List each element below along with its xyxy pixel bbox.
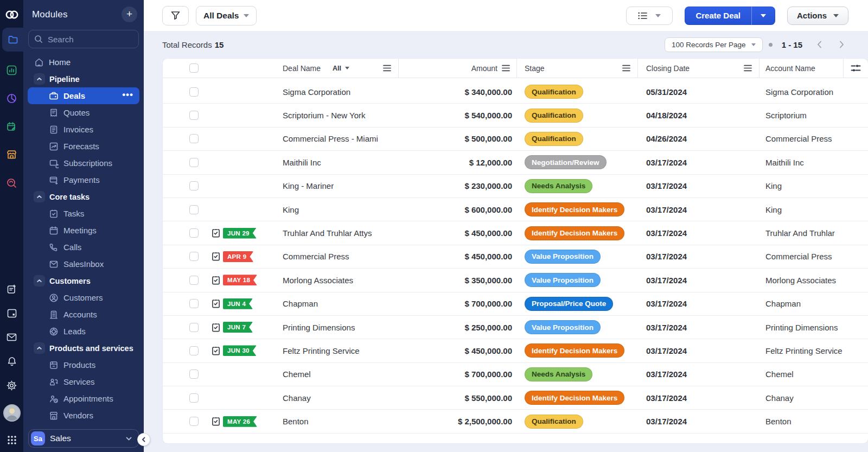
sidebar-item-meetings[interactable]: Meetings — [28, 222, 139, 239]
account-name-cell[interactable]: Benton — [765, 417, 792, 426]
sidebar-item-leads[interactable]: Leads — [28, 323, 139, 340]
list-view-toggle[interactable] — [626, 7, 673, 25]
rail-item-modules[interactable] — [2, 28, 24, 52]
sidebar-item-forecasts[interactable]: Forecasts — [28, 138, 139, 155]
sidebar-collapse-button[interactable] — [137, 433, 150, 446]
table-row[interactable]: JUN 4Chapman$ 700,000.00Proposal/Price Q… — [163, 292, 868, 316]
table-row[interactable]: Scriptorium - New York$ 540,000.00Qualif… — [163, 104, 868, 127]
account-name-cell[interactable]: Scriptorium — [765, 111, 807, 120]
avatar[interactable] — [3, 404, 21, 422]
table-row[interactable]: Sigma Corporation$ 340,000.00Qualificati… — [163, 80, 868, 104]
select-all-checkbox[interactable] — [189, 63, 199, 73]
deal-name-cell[interactable]: King — [283, 205, 299, 214]
account-name-cell[interactable]: Truhlar And Truhlar — [765, 228, 835, 238]
table-row[interactable]: Chemel$ 700,000.00Needs Analysis03/17/20… — [163, 363, 868, 386]
column-menu-icon[interactable] — [744, 65, 752, 72]
table-row[interactable]: MAY 26Benton$ 2,500,000.00Qualification0… — [163, 410, 868, 433]
chevron-up-icon[interactable] — [34, 275, 45, 287]
column-menu-icon[interactable] — [502, 65, 510, 72]
actions-button[interactable]: Actions — [787, 7, 848, 25]
account-name-cell[interactable]: Chapman — [765, 299, 801, 308]
deal-name-cell[interactable]: King - Mariner — [283, 181, 334, 190]
item-menu-dots[interactable]: ••• — [122, 90, 133, 100]
account-name-cell[interactable]: Maithili Inc — [765, 158, 804, 167]
row-checkbox[interactable] — [189, 323, 199, 332]
deal-name-cell[interactable]: Commercial Press — [283, 252, 349, 261]
storefront-icon[interactable] — [6, 149, 17, 161]
row-checkbox[interactable] — [189, 181, 199, 190]
mail-icon[interactable] — [6, 332, 17, 343]
deal-name-filter-dropdown[interactable]: All — [333, 65, 349, 72]
account-name-cell[interactable]: King — [765, 205, 782, 214]
row-checkbox[interactable] — [189, 299, 199, 308]
team-switcher[interactable]: Sa Sales — [28, 429, 139, 448]
create-deal-dropdown[interactable] — [752, 7, 775, 25]
next-page-button[interactable] — [837, 40, 846, 49]
deal-name-cell[interactable]: Commercial Press - Miami — [283, 134, 378, 143]
row-checkbox[interactable] — [189, 111, 199, 120]
sidebar-item-quotes[interactable]: Quotes — [28, 104, 139, 121]
chevron-up-icon[interactable] — [34, 191, 45, 202]
column-settings-icon[interactable] — [851, 64, 861, 72]
deal-name-cell[interactable]: Truhlar And Truhlar Attys — [283, 228, 372, 238]
deal-name-cell[interactable]: Scriptorium - New York — [283, 111, 366, 120]
table-row[interactable]: Chanay$ 550,000.00Identify Decision Make… — [163, 386, 868, 410]
sidebar-item-core-tasks[interactable]: Core tasks — [28, 188, 139, 205]
row-checkbox[interactable] — [189, 205, 199, 214]
account-name-cell[interactable]: Chanay — [765, 393, 794, 403]
row-checkbox[interactable] — [189, 87, 199, 97]
column-menu-icon[interactable] — [383, 65, 391, 72]
row-checkbox[interactable] — [189, 393, 199, 403]
table-row[interactable]: Commercial Press - Miami$ 500,000.00Qual… — [163, 128, 868, 151]
app-grid-icon[interactable] — [7, 435, 17, 445]
account-name-cell[interactable]: Chemel — [765, 370, 794, 379]
sidebar-item-products-and-services[interactable]: Products and services — [28, 340, 139, 356]
row-checkbox[interactable] — [189, 252, 199, 261]
table-row[interactable]: Maithili Inc$ 12,000.00Negotiation/Revie… — [163, 151, 868, 174]
column-header-closing-date[interactable]: Closing Date — [646, 64, 690, 73]
row-checkbox[interactable] — [189, 134, 199, 143]
column-menu-icon[interactable] — [622, 65, 630, 72]
sidebar-item-deals[interactable]: Deals••• — [28, 87, 139, 104]
search-input[interactable] — [48, 35, 129, 44]
account-name-cell[interactable]: King — [765, 181, 782, 190]
account-name-cell[interactable]: Commercial Press — [765, 252, 832, 261]
sidebar-search[interactable] — [28, 30, 139, 48]
bar-chart-icon[interactable] — [6, 65, 17, 76]
bell-icon[interactable] — [7, 356, 17, 367]
table-row[interactable]: JUN 30Feltz Printing Service$ 450,000.00… — [163, 339, 868, 362]
sidebar-item-vendors[interactable]: Vendors — [28, 407, 139, 424]
calendar-icon[interactable] — [7, 308, 17, 319]
sidebar-item-products[interactable]: Products — [28, 356, 139, 373]
row-checkbox[interactable] — [189, 158, 199, 167]
deal-name-cell[interactable]: Sigma Corporation — [283, 87, 350, 97]
deal-name-cell[interactable]: Printing Dimensions — [283, 323, 355, 332]
deal-name-cell[interactable]: Benton — [283, 417, 309, 426]
account-name-cell[interactable]: Printing Dimensions — [765, 323, 838, 332]
row-checkbox[interactable] — [189, 228, 199, 238]
deal-name-cell[interactable]: Morlong Associates — [283, 276, 353, 285]
sidebar-item-tasks[interactable]: Tasks — [28, 205, 139, 222]
chevron-up-icon[interactable] — [34, 73, 45, 85]
filter-button[interactable] — [162, 6, 189, 26]
account-name-cell[interactable]: Morlong Associates — [765, 276, 836, 285]
table-row[interactable]: King$ 600,000.00Identify Decision Makers… — [163, 198, 868, 221]
compose-icon[interactable] — [7, 284, 17, 295]
table-row[interactable]: MAY 18Morlong Associates$ 350,000.00Valu… — [163, 269, 868, 292]
pie-chart-icon[interactable] — [6, 93, 17, 104]
column-header-account-name[interactable]: Account Name — [765, 64, 815, 73]
sidebar-item-appointments[interactable]: Appointments — [28, 390, 139, 407]
account-name-cell[interactable]: Sigma Corporation — [765, 87, 833, 97]
row-checkbox[interactable] — [189, 346, 199, 355]
account-name-cell[interactable]: Commercial Press — [765, 134, 832, 143]
table-row[interactable]: King - Mariner$ 230,000.00Needs Analysis… — [163, 175, 868, 198]
row-checkbox[interactable] — [189, 370, 199, 379]
column-header-stage[interactable]: Stage — [525, 64, 545, 73]
sidebar-item-salesinbox[interactable]: SalesInbox — [28, 256, 139, 272]
sidebar-item-pipeline[interactable]: Pipeline — [28, 71, 139, 87]
deal-name-cell[interactable]: Maithili Inc — [283, 158, 321, 167]
sidebar-item-subscriptions[interactable]: Subscriptions — [28, 155, 139, 171]
records-per-page-dropdown[interactable]: 100 Records Per Page — [665, 37, 763, 52]
row-checkbox[interactable] — [189, 417, 199, 426]
sidebar-item-invoices[interactable]: Invoices — [28, 121, 139, 138]
